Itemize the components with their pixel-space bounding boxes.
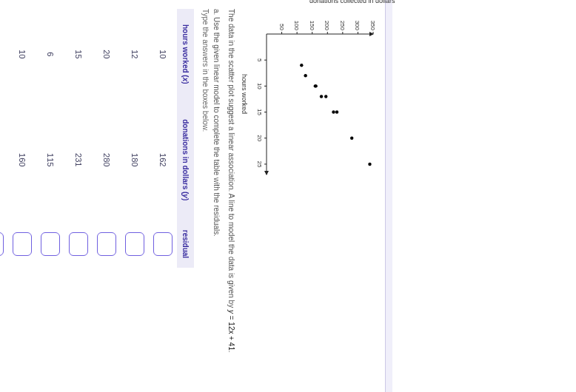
- table-row: 12195: [0, 9, 8, 268]
- exercise-content: donations collected in dollars 501001502…: [0, 9, 378, 383]
- instructions-text: Type the answers in the boxes below.: [201, 9, 210, 383]
- cell-residual: [36, 220, 64, 268]
- th-y-post: ): [181, 198, 190, 200]
- table-row: 20280: [93, 9, 121, 268]
- x-tick-label: 20: [256, 135, 263, 141]
- table-header-x: hours worked (x): [177, 9, 194, 100]
- cell-hours: 15: [64, 9, 93, 100]
- intro-text: The data in the scatter plot suggest a l…: [227, 9, 235, 310]
- cell-donations: 162: [149, 100, 177, 220]
- residual-input[interactable]: [41, 232, 60, 256]
- x-tick-label: 5: [256, 58, 263, 62]
- y-tick-label: 50: [278, 24, 285, 30]
- table-row: 12180: [121, 9, 149, 268]
- x-tick-label: 15: [256, 109, 263, 115]
- cell-hours: 12: [0, 9, 8, 100]
- intro-paragraph: The data in the scatter plot suggest a l…: [227, 9, 237, 383]
- residual-input[interactable]: [97, 232, 116, 256]
- y-tick-label: 150: [309, 21, 315, 31]
- th-y-pre: donations in dollars (: [181, 119, 190, 194]
- svg-point-20: [320, 95, 323, 98]
- residual-input[interactable]: [13, 232, 32, 256]
- cell-hours: 6: [36, 9, 64, 100]
- svg-point-23: [335, 110, 338, 113]
- svg-point-22: [332, 110, 335, 113]
- data-table: hours worked (x) donations in dollars (y…: [0, 9, 194, 268]
- chart-x-axis-label: hours worked: [241, 9, 248, 179]
- part-a-text: a. Use the given linear model to complet…: [212, 9, 222, 383]
- y-tick-label: 300: [354, 21, 361, 31]
- cell-residual: [93, 220, 121, 268]
- cell-residual: [149, 220, 177, 268]
- cell-residual: [64, 220, 93, 268]
- residual-input[interactable]: [0, 232, 4, 256]
- x-tick-label: 25: [256, 160, 263, 167]
- table-row: 10160: [8, 9, 36, 268]
- svg-marker-3: [264, 171, 269, 175]
- cell-hours: 10: [149, 9, 177, 100]
- cell-donations: 280: [93, 100, 121, 220]
- scatter-plot: donations collected in dollars 501001502…: [241, 9, 378, 179]
- cell-residual: [121, 220, 149, 268]
- table-header-y: donations in dollars (y): [177, 100, 194, 220]
- equation-rhs: 12x + 41: [227, 322, 235, 351]
- chart-y-axis-label: donations collected in dollars: [309, 0, 395, 4]
- svg-point-25: [368, 163, 371, 166]
- svg-point-16: [300, 64, 303, 67]
- residual-input[interactable]: [153, 232, 173, 256]
- y-tick-label: 200: [324, 21, 330, 31]
- residual-input[interactable]: [69, 232, 88, 256]
- y-tick-label: 350: [369, 21, 376, 31]
- cell-donations: 180: [121, 100, 149, 220]
- svg-point-21: [324, 95, 327, 98]
- equation-eq: =: [227, 314, 235, 322]
- cell-hours: 20: [93, 9, 121, 100]
- y-tick-label: 250: [339, 21, 346, 31]
- cell-donations: 115: [36, 100, 64, 220]
- svg-point-17: [304, 74, 307, 77]
- th-x-pre: hours worked (: [181, 24, 190, 78]
- cell-residual: [8, 220, 36, 268]
- table-row: 6115: [36, 9, 64, 268]
- cell-donations: 195: [0, 100, 8, 220]
- x-tick-label: 10: [256, 83, 263, 89]
- cell-donations: 160: [8, 100, 36, 220]
- top-border-bar: [385, 0, 392, 392]
- th-x-post: ): [181, 81, 190, 84]
- table-header-residual: residual: [177, 220, 194, 268]
- table-row: 15231: [64, 9, 93, 268]
- cell-hours: 10: [8, 9, 36, 100]
- cell-residual: [0, 220, 8, 268]
- cell-hours: 12: [121, 9, 149, 100]
- svg-point-24: [350, 137, 353, 140]
- residual-input[interactable]: [125, 232, 144, 256]
- table-row: 10162: [149, 9, 177, 268]
- intro-tail: .: [227, 351, 235, 353]
- cell-donations: 231: [64, 100, 93, 220]
- svg-point-19: [314, 84, 317, 87]
- y-tick-label: 100: [293, 21, 300, 31]
- scatter-plot-svg: 50100150200250300350510152025: [252, 9, 378, 179]
